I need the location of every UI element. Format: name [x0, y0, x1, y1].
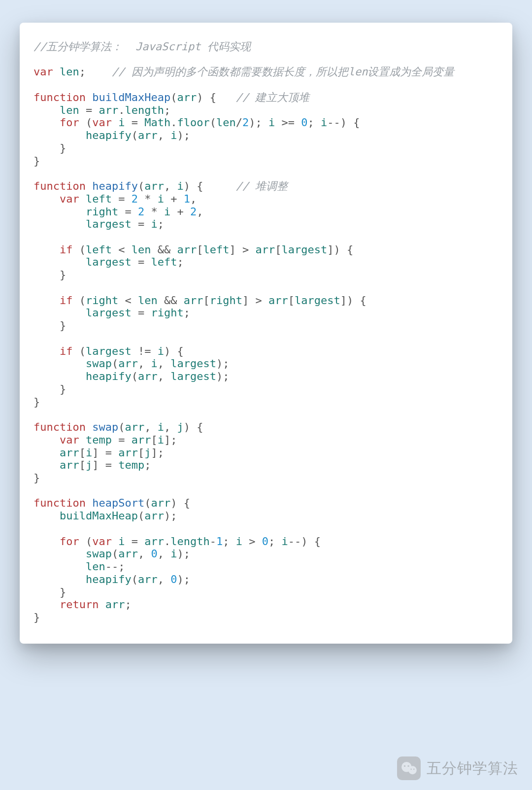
- watermark-text: 五分钟学算法: [427, 758, 518, 779]
- id-len: len: [60, 66, 79, 78]
- svg-point-5: [413, 769, 415, 770]
- fn-heapsort: heapSort: [92, 497, 144, 509]
- fn-heapify: heapify: [92, 180, 138, 192]
- kw-var: var: [33, 66, 53, 78]
- code-comment-build: // 建立大顶堆: [236, 91, 310, 103]
- svg-point-3: [407, 765, 409, 767]
- kw-function: function: [33, 91, 86, 103]
- fn-buildmaxheap: buildMaxHeap: [92, 91, 170, 103]
- svg-point-4: [410, 769, 412, 770]
- watermark: 五分钟学算法: [397, 756, 518, 780]
- code-comment-title: //五分钟学算法： JavaScript 代码实现: [33, 40, 251, 53]
- wechat-icon: [397, 756, 421, 780]
- code-block: //五分钟学算法： JavaScript 代码实现 var len; // 因为…: [33, 40, 499, 624]
- fn-swap: swap: [92, 421, 118, 433]
- svg-point-2: [404, 765, 405, 767]
- svg-point-1: [408, 766, 417, 774]
- code-comment-heapify: // 堆调整: [236, 180, 288, 192]
- code-card: //五分钟学算法： JavaScript 代码实现 var len; // 因为…: [20, 23, 512, 644]
- code-comment-len: // 因为声明的多个函数都需要数据长度，所以把len设置成为全局变量: [112, 66, 454, 78]
